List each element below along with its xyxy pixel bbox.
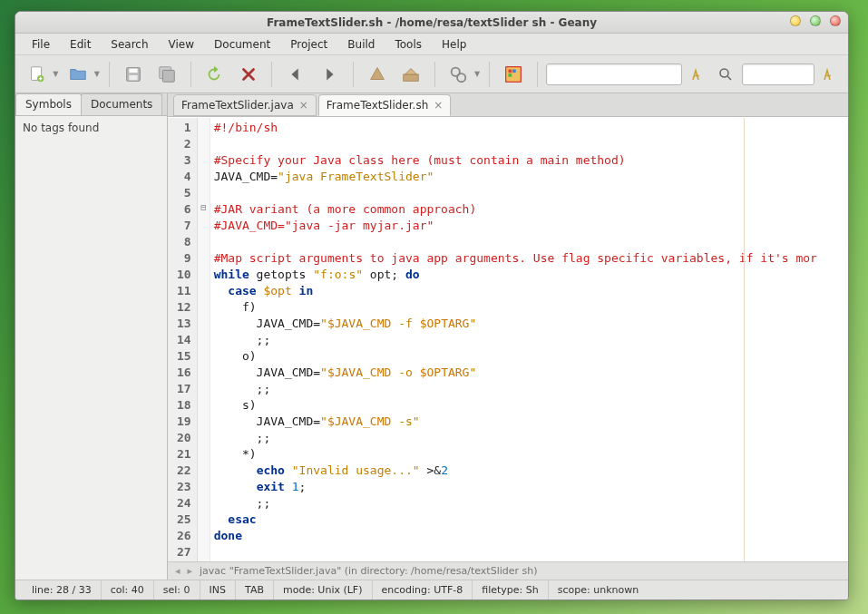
window-controls (790, 15, 841, 26)
status-line: line: 28 / 33 (23, 580, 102, 599)
chevron-right-icon[interactable]: ▸ (188, 565, 193, 577)
toolbar: ▼ ▼ (15, 55, 848, 93)
build-button[interactable] (396, 61, 424, 88)
svg-rect-13 (508, 73, 512, 77)
sidebar-tabs: SymbolsDocuments (15, 93, 167, 115)
svg-rect-3 (129, 68, 137, 73)
dropdown-icon[interactable]: ▼ (53, 70, 58, 78)
file-tab-label: FrameTextSlider.sh (327, 99, 428, 112)
menu-search[interactable]: Search (102, 35, 157, 54)
close-icon[interactable]: × (299, 99, 308, 112)
goto-input[interactable] (742, 63, 814, 85)
menu-project[interactable]: Project (281, 35, 336, 54)
svg-rect-6 (162, 70, 174, 82)
file-tab[interactable]: FrameTextSlider.java× (173, 94, 317, 116)
status-filetype: filetype: Sh (473, 580, 548, 599)
status-tab[interactable]: TAB (236, 580, 274, 599)
close-icon[interactable]: × (434, 99, 443, 112)
menubar: FileEditSearchViewDocumentProjectBuildTo… (15, 34, 848, 55)
compiler-message: javac "FrameTextSlider.java" (in directo… (200, 565, 537, 577)
status-mode: mode: Unix (LF) (274, 580, 373, 599)
editor-area: FrameTextSlider.java×FrameTextSlider.sh×… (168, 93, 848, 580)
status-scope: scope: unknown (549, 580, 648, 599)
chevron-left-icon[interactable]: ◂ (175, 565, 180, 577)
menu-help[interactable]: Help (433, 35, 475, 54)
line-gutter: 1234567891011121314151617181920212223242… (168, 118, 198, 561)
menu-document[interactable]: Document (205, 35, 279, 54)
new-file-button[interactable] (23, 61, 51, 88)
status-sel: sel: 0 (154, 580, 200, 599)
find-button[interactable] (715, 61, 736, 88)
reload-button[interactable] (200, 61, 229, 88)
nav-forward-button[interactable] (316, 61, 344, 88)
save-all-button[interactable] (152, 61, 180, 88)
file-tabs: FrameTextSlider.java×FrameTextSlider.sh× (168, 93, 848, 117)
execute-button[interactable] (444, 61, 473, 88)
close-button[interactable] (830, 15, 841, 26)
color-chooser-button[interactable] (499, 61, 527, 88)
menu-tools[interactable]: Tools (385, 35, 431, 54)
status-ins[interactable]: INS (200, 580, 236, 599)
sidebar-tab-documents[interactable]: Documents (81, 93, 162, 115)
svg-point-9 (457, 73, 465, 82)
statusbar: line: 28 / 33 col: 40 sel: 0 INS TAB mod… (15, 580, 848, 599)
file-tab-label: FrameTextSlider.java (181, 99, 294, 112)
svg-rect-7 (404, 74, 419, 81)
margin-guide (744, 118, 745, 561)
status-col: col: 40 (102, 580, 154, 599)
save-button[interactable] (119, 61, 147, 88)
code-editor[interactable]: 1234567891011121314151617181920212223242… (168, 117, 848, 561)
app-window: FrameTextSlider.sh - /home/resa/textSlid… (15, 11, 849, 600)
message-window[interactable]: ◂ ▸ javac "FrameTextSlider.java" (in dir… (168, 561, 848, 580)
menu-view[interactable]: View (160, 35, 203, 54)
window-title: FrameTextSlider.sh - /home/resa/textSlid… (267, 16, 597, 29)
main-area: SymbolsDocuments No tags found FrameText… (15, 93, 848, 580)
menu-build[interactable]: Build (338, 35, 384, 54)
status-encoding: encoding: UTF-8 (373, 580, 473, 599)
minimize-button[interactable] (790, 15, 801, 26)
menu-file[interactable]: File (23, 35, 59, 54)
file-tab[interactable]: FrameTextSlider.sh× (318, 94, 452, 116)
sidebar: SymbolsDocuments No tags found (15, 93, 168, 580)
close-file-button[interactable] (234, 61, 262, 88)
titlebar[interactable]: FrameTextSlider.sh - /home/resa/textSlid… (15, 12, 848, 34)
menu-edit[interactable]: Edit (61, 35, 100, 54)
svg-point-14 (720, 69, 728, 77)
maximize-button[interactable] (810, 15, 821, 26)
sidebar-body: No tags found (15, 115, 167, 580)
open-file-button[interactable] (64, 61, 93, 88)
svg-rect-11 (508, 69, 512, 73)
dropdown-icon[interactable]: ▼ (94, 70, 100, 78)
svg-rect-4 (129, 74, 137, 80)
svg-rect-12 (512, 69, 516, 73)
code-content[interactable]: #!/bin/sh #Specify your Java class here … (210, 118, 848, 561)
goto-clear-button[interactable] (820, 61, 842, 88)
sidebar-tab-symbols[interactable]: Symbols (15, 93, 82, 115)
fold-column[interactable]: ⊟ ⊟ (198, 118, 210, 561)
dropdown-icon[interactable]: ▼ (474, 70, 480, 78)
compile-button[interactable] (363, 61, 391, 88)
svg-rect-10 (506, 66, 522, 82)
nav-back-button[interactable] (281, 61, 309, 88)
search-clear-button[interactable] (688, 61, 709, 88)
search-input[interactable] (546, 63, 682, 85)
